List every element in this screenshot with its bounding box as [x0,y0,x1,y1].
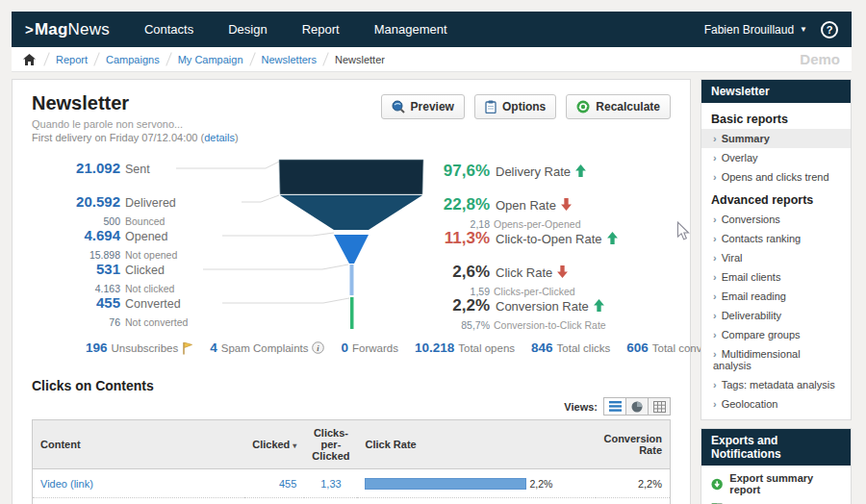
newsletter-subject: Quando le parole non servono... [32,118,239,130]
recalculate-button[interactable]: Recalculate [566,94,671,119]
table-row: Video (link) 455 1,33 2,2% 2,2% [33,469,671,498]
crumb-report[interactable]: Report [56,54,88,65]
demo-mode-label: Demo [800,51,840,67]
chevron-right-icon: › [713,398,717,410]
funnel-step-converted: 455Converted 76Not converted [32,294,188,330]
col-header-click-rate[interactable]: Click Rate [357,420,596,469]
nav-item-design[interactable]: Design [228,22,267,37]
total-forwards: 0Forwards [341,340,397,355]
sidebar-item-deliverability[interactable]: ›Deliverability [701,306,851,325]
col-header-content[interactable]: Content [33,420,245,469]
nav-item-report[interactable]: Report [302,22,340,37]
options-clipboard-icon [485,100,497,113]
funnel-seg-delivered[interactable] [280,195,422,230]
chevron-right-icon: › [713,233,717,244]
breadcrumb-separator [166,52,172,65]
main-panel: Newsletter Quando le parole non servono.… [12,79,691,504]
conversion-value: 2,2% [596,469,670,498]
user-menu[interactable]: Fabien Brouillaud▼ [704,23,807,37]
click-rate-value: 2,2% [529,478,552,490]
funnel-seg-converted[interactable] [350,297,354,329]
preview-button[interactable]: Preview [381,94,465,119]
exports-panel: Exports and Notifications Export summary… [700,428,852,504]
trend-up-icon [594,299,604,312]
crumb-current: Newsletter [335,54,385,65]
sidebar-item-summary[interactable]: ›Summary [701,129,851,148]
logo-chevron-icon: > [25,21,34,38]
basic-reports-heading: Basic reports [701,106,851,129]
sidebar-item-tags-metadata-analysis[interactable]: ›Tags: metadata analysis [701,375,851,394]
funnel-chart: 21.092Sent 20.592Delivered 500Bounced 4.… [32,156,671,335]
trend-down-icon [561,198,572,211]
sidebar-item-conversions[interactable]: ›Conversions [701,210,851,229]
logo-light-text: News [68,20,110,38]
clicked-value: 455 [244,469,304,498]
total-clicks: 846Total clicks [531,340,610,355]
sidebar-item-opens-clicks-trend[interactable]: ›Opens and clicks trend [701,167,851,187]
exports-panel-header[interactable]: Exports and Notifications [701,429,851,466]
sidebar-item-viral[interactable]: ›Viral [701,248,851,267]
reports-panel-header[interactable]: Newsletter [701,80,851,103]
col-header-clicks-per-clicked[interactable]: Clicks-per-Clicked [304,420,357,469]
home-icon[interactable] [23,54,36,65]
view-pie-button[interactable] [625,397,649,416]
breadcrumb: Report Campaigns My Campaign Newsletters… [12,47,852,72]
chevron-right-icon: › [713,214,717,225]
sidebar-item-geolocation[interactable]: ›Geolocation [701,394,851,414]
crumb-campaigns[interactable]: Campaigns [106,54,160,65]
info-icon[interactable]: i [312,341,324,354]
trend-up-icon [575,164,586,177]
crumb-my-campaign[interactable]: My Campaign [178,54,243,65]
nav-item-contacts[interactable]: Contacts [144,22,193,37]
breadcrumb-separator [322,52,329,65]
clicks-section-title: Clicks on Contents [32,378,671,393]
rate-open: 22,8%Open Rate 2,18Opens-per-Opened [405,195,580,232]
sidebar-item-compare-groups[interactable]: ›Compare groups [701,325,851,344]
app-window: >MagNews Contacts Design Report Manageme… [12,12,852,504]
sidebar-item-multidimensional-analysis[interactable]: ›Multidimensional analysis [701,344,851,375]
funnel-step-sent: 21.092Sent [32,160,150,177]
view-list-button[interactable] [603,397,626,416]
trend-down-icon [557,265,568,278]
sidebar-item-contacts-ranking[interactable]: ›Contacts ranking [701,229,851,248]
breadcrumb-separator [249,52,256,65]
funnel-seg-clicked[interactable] [350,265,354,295]
col-header-clicked[interactable]: Clicked▾ [244,420,304,469]
logo-bold-text: Mag [35,20,68,38]
click-rate-bar [365,478,526,490]
total-unsubscribes: 196Unsubscribes [86,340,193,355]
breadcrumb-separator [93,52,100,65]
total-spam-complaints: 4Spam Complaints i [210,340,324,355]
sidebar-item-overlay[interactable]: ›Overlay [701,148,851,167]
views-switcher: Views: [32,397,671,416]
rate-conversion: 2,2%Conversion Rate 85,7%Conversion-to-C… [405,296,606,333]
chevron-right-icon: › [713,133,717,144]
sidebar-item-email-clients[interactable]: ›Email clients [701,267,851,287]
view-grid-button[interactable] [648,397,671,416]
sort-caret-icon: ▾ [293,441,296,450]
export-summary-report-link[interactable]: Export summary report [701,468,851,499]
chevron-right-icon: › [713,271,717,283]
clicked-value: 114 [244,498,304,504]
export-raw-data-link[interactable]: Export raw data [701,499,851,504]
chevron-right-icon: › [713,329,717,340]
trend-up-icon [607,232,618,244]
views-label: Views: [564,401,598,413]
magnews-logo[interactable]: >MagNews [25,20,110,39]
chevron-right-icon: › [713,379,717,391]
sidebar-item-email-reading[interactable]: ›Email reading [701,287,851,306]
col-header-conversion-rate[interactable]: Conversion Rate [596,420,670,469]
help-icon[interactable]: ? [821,21,838,38]
top-navbar: >MagNews Contacts Design Report Manageme… [12,12,852,47]
pie-view-icon [631,401,643,413]
preview-magnifier-icon [392,100,405,113]
funnel-step-clicked: 531Clicked 4.163Not clicked [32,261,174,296]
crumb-newsletters[interactable]: Newsletters [262,54,317,65]
nav-item-management[interactable]: Management [374,22,447,37]
details-link[interactable]: details [204,132,235,143]
funnel-seg-sent[interactable] [279,160,423,194]
advanced-reports-heading: Advanced reports [701,187,851,210]
content-link[interactable]: Video (link) [40,478,93,490]
options-button[interactable]: Options [474,94,556,119]
funnel-seg-opened[interactable] [334,235,369,264]
